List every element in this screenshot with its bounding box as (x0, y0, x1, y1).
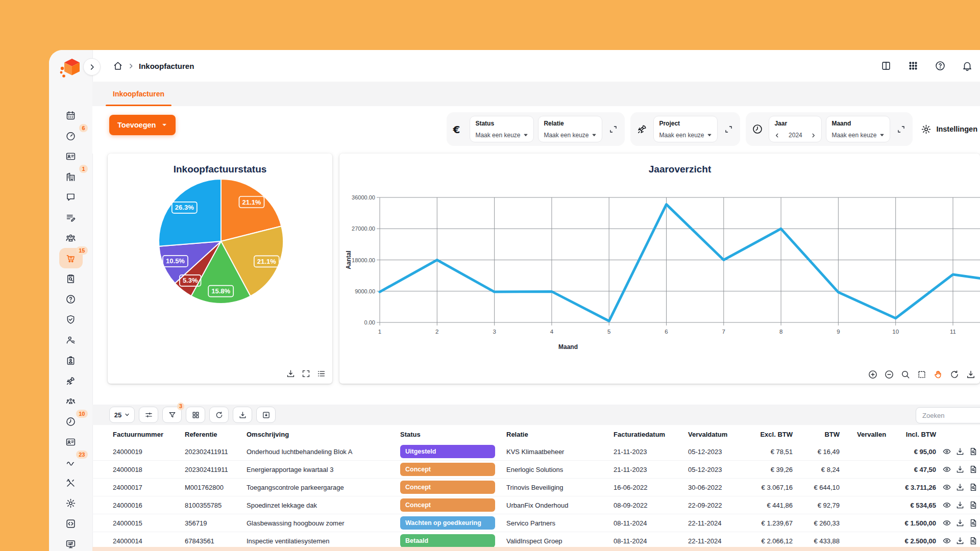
tab-inkoopfacturen[interactable]: Inkoopfacturen (104, 82, 174, 106)
list-menu-icon[interactable] (316, 369, 326, 379)
sidebar-item-team[interactable] (59, 228, 83, 248)
previous-year-icon[interactable] (774, 133, 780, 138)
sidebar-item-cart[interactable]: 15 (59, 248, 83, 268)
jaar-filter[interactable]: Jaar 2024 (769, 116, 822, 142)
view-icon[interactable] (942, 447, 951, 456)
sidebar-item-clock[interactable]: 10 (59, 411, 83, 432)
refresh-icon[interactable] (949, 369, 960, 380)
fullscreen-icon[interactable] (301, 369, 311, 379)
help-icon[interactable] (935, 60, 946, 71)
sidebar-item-codebox[interactable] (59, 513, 83, 534)
zoom-out-icon[interactable] (884, 369, 894, 380)
view-icon[interactable] (942, 500, 951, 510)
cell-omschrijving: Inspectie ventilatiesystemen (247, 537, 400, 545)
sidebar-item-wave[interactable]: 23 (59, 452, 83, 472)
export-archive-button[interactable] (256, 407, 276, 423)
document-search-icon[interactable] (969, 483, 978, 492)
sidebar-item-chat[interactable] (59, 187, 83, 207)
relatie-filter[interactable]: Relatie Maak een keuze (538, 116, 602, 142)
search-input[interactable] (916, 407, 980, 423)
sidebar-item-idcard[interactable] (59, 432, 83, 452)
sidebar-item-gear[interactable] (59, 493, 83, 513)
table-row[interactable]: 24000018202302411911Energierapportage kw… (92, 461, 980, 479)
column-header[interactable]: Referentie (185, 431, 247, 438)
column-header[interactable]: Vervallen (840, 431, 896, 438)
expand-corners-icon[interactable] (724, 124, 733, 134)
download-icon[interactable] (286, 369, 296, 379)
document-search-icon[interactable] (969, 536, 978, 545)
table-row[interactable]: 24000015356719Glasbewassing hoogbouw zom… (92, 514, 980, 532)
download-button[interactable] (233, 407, 252, 423)
download-icon[interactable] (955, 500, 965, 510)
sidebar-item-group[interactable] (59, 391, 83, 411)
download-icon[interactable] (955, 536, 965, 545)
column-header[interactable]: Factuurnummer (113, 431, 185, 438)
apps-grid-icon[interactable] (908, 60, 919, 71)
sidebar-item-idbadge[interactable] (59, 350, 83, 370)
sidebar-item-building[interactable]: 1 (59, 166, 83, 187)
view-icon[interactable] (942, 465, 951, 474)
home-icon[interactable] (113, 61, 123, 71)
table-row[interactable]: 24000019202302411911Onderhoud luchtbehan… (92, 443, 980, 461)
pie-slice[interactable] (159, 179, 221, 246)
document-search-icon[interactable] (969, 447, 978, 456)
expand-corners-icon[interactable] (896, 124, 906, 134)
document-search-icon[interactable] (969, 500, 978, 510)
zoom-in-icon[interactable] (868, 369, 878, 380)
column-header[interactable]: Vervaldatum (688, 431, 749, 438)
project-filter[interactable]: Project Maak een keuze (653, 116, 718, 142)
column-header[interactable]: Status (400, 431, 506, 438)
layout-grid-button[interactable] (186, 407, 205, 423)
sidebar-item-gauge[interactable]: 6 (59, 126, 83, 146)
cell-status: Uitgesteld (400, 445, 506, 458)
view-icon[interactable] (942, 483, 951, 492)
table-body: 24000019202302411911Onderhoud luchtbehan… (92, 443, 980, 550)
cell-omschrijving: Spoedinzet lekkage dak (247, 502, 400, 509)
document-search-icon[interactable] (969, 465, 978, 474)
column-header[interactable]: Facturatiedatum (614, 431, 688, 438)
sidebar-item-notes[interactable] (59, 207, 83, 228)
table-row[interactable]: 240000168100355785Spoedinzet lekkage dak… (92, 496, 980, 514)
column-settings-button[interactable] (139, 407, 158, 423)
reader-icon[interactable] (880, 60, 892, 71)
app-logo-icon[interactable] (57, 55, 85, 83)
sidebar-item-persondesk[interactable] (59, 330, 83, 350)
sidebar-item-calendar[interactable] (59, 105, 83, 126)
status-filter[interactable]: Status Maak een keuze (470, 116, 534, 142)
sidebar-expand-button[interactable] (83, 58, 101, 76)
download-icon[interactable] (966, 369, 976, 380)
download-icon[interactable] (955, 447, 965, 456)
pan-hand-icon[interactable] (933, 369, 943, 380)
document-search-icon[interactable] (969, 518, 978, 528)
column-header[interactable]: Omschrijving (247, 431, 400, 438)
filter-button[interactable]: 3 (162, 407, 182, 423)
settings-button[interactable]: Instellingen (921, 124, 977, 135)
sidebar-item-help[interactable] (59, 289, 83, 309)
sidebar-item-tools[interactable] (59, 472, 83, 493)
column-header[interactable]: Relatie (506, 431, 614, 438)
sidebar-item-clipsearch[interactable] (59, 268, 83, 289)
sidebar-item-rocket[interactable] (59, 370, 83, 391)
download-icon[interactable] (955, 465, 965, 474)
view-icon[interactable] (942, 536, 951, 545)
maand-filter[interactable]: Maand Maak een keuze (826, 116, 890, 142)
add-button[interactable]: Toevoegen (109, 115, 176, 135)
download-icon[interactable] (955, 518, 965, 528)
magnifier-zoom-icon[interactable] (900, 369, 911, 380)
view-icon[interactable] (942, 518, 951, 528)
table-row[interactable]: 24000017M001762800Toegangscontrole parke… (92, 479, 980, 496)
bell-icon[interactable] (962, 60, 973, 71)
download-icon[interactable] (955, 483, 965, 492)
column-header[interactable]: Excl. BTW (749, 431, 793, 438)
column-header[interactable]: BTW (793, 431, 840, 438)
expand-corners-icon[interactable] (608, 124, 618, 134)
sidebar-item-monitor[interactable] (59, 534, 83, 551)
selection-box-icon[interactable] (917, 369, 927, 380)
page-size-select[interactable]: 25 (109, 407, 135, 423)
refresh-button[interactable] (209, 407, 229, 423)
next-year-icon[interactable] (811, 133, 816, 138)
sidebar-item-idcard[interactable] (59, 146, 83, 166)
cell-status: Concept (400, 481, 506, 494)
sidebar-item-shield[interactable] (59, 309, 83, 330)
column-header[interactable]: Incl. BTW (896, 431, 936, 438)
